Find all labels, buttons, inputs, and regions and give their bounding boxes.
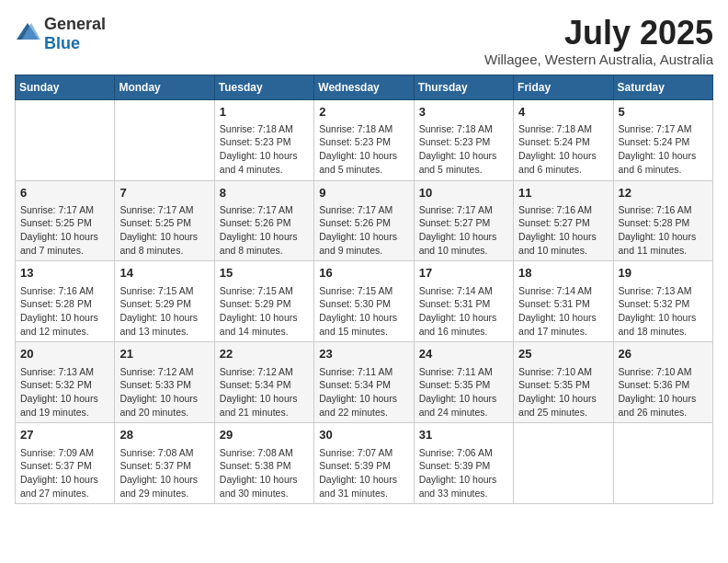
daylight-text: Daylight: 10 hours and 8 minutes.: [220, 231, 298, 256]
week-row-2: 6Sunrise: 7:17 AMSunset: 5:25 PMDaylight…: [16, 180, 713, 261]
sunrise-text: Sunrise: 7:18 AM: [220, 123, 293, 134]
sunrise-text: Sunrise: 7:17 AM: [119, 204, 193, 215]
day-number: 11: [518, 185, 608, 201]
sunrise-text: Sunrise: 7:08 AM: [119, 447, 193, 458]
sunrise-text: Sunrise: 7:17 AM: [619, 123, 692, 134]
calendar-cell: 4Sunrise: 7:18 AMSunset: 5:24 PMDaylight…: [514, 99, 613, 180]
calendar-cell: 17Sunrise: 7:14 AMSunset: 5:31 PMDayligh…: [414, 261, 513, 342]
calendar-cell: 13Sunrise: 7:16 AMSunset: 5:28 PMDayligh…: [16, 261, 115, 342]
sunset-text: Sunset: 5:33 PM: [119, 379, 191, 390]
calendar-cell: 7Sunrise: 7:17 AMSunset: 5:25 PMDaylight…: [115, 180, 214, 261]
calendar-cell: 1Sunrise: 7:18 AMSunset: 5:23 PMDaylight…: [214, 99, 313, 180]
sunrise-text: Sunrise: 7:17 AM: [20, 204, 94, 215]
sunset-text: Sunset: 5:23 PM: [220, 136, 291, 147]
daylight-text: Daylight: 10 hours and 6 minutes.: [619, 150, 697, 175]
sunset-text: Sunset: 5:32 PM: [20, 379, 92, 390]
sunrise-text: Sunrise: 7:18 AM: [419, 123, 493, 134]
daylight-text: Daylight: 10 hours and 10 minutes.: [518, 231, 597, 256]
sunset-text: Sunset: 5:37 PM: [20, 460, 92, 471]
calendar-cell: 29Sunrise: 7:08 AMSunset: 5:38 PMDayligh…: [214, 423, 313, 504]
logo-blue: Blue: [44, 34, 80, 52]
daylight-text: Daylight: 10 hours and 21 minutes.: [220, 393, 298, 418]
daylight-text: Daylight: 10 hours and 5 minutes.: [419, 150, 497, 175]
day-number: 29: [220, 427, 309, 443]
daylight-text: Daylight: 10 hours and 8 minutes.: [119, 231, 198, 256]
logo: General Blue: [15, 15, 106, 53]
logo-icon: [15, 19, 40, 49]
sunrise-text: Sunrise: 7:12 AM: [220, 366, 293, 377]
month-year: July 2025: [484, 15, 713, 52]
daylight-text: Daylight: 10 hours and 12 minutes.: [20, 312, 98, 337]
sunrise-text: Sunrise: 7:15 AM: [319, 285, 392, 296]
day-number: 27: [20, 427, 109, 443]
week-row-5: 27Sunrise: 7:09 AMSunset: 5:37 PMDayligh…: [16, 423, 713, 504]
sunset-text: Sunset: 5:25 PM: [20, 217, 92, 228]
sunset-text: Sunset: 5:24 PM: [518, 136, 590, 147]
sunrise-text: Sunrise: 7:16 AM: [518, 204, 592, 215]
day-number: 20: [20, 346, 109, 362]
daylight-text: Daylight: 10 hours and 18 minutes.: [619, 312, 697, 337]
day-number: 15: [220, 265, 309, 282]
calendar-cell: 20Sunrise: 7:13 AMSunset: 5:32 PMDayligh…: [16, 342, 115, 423]
day-number: 8: [220, 185, 309, 201]
day-number: 3: [419, 104, 508, 121]
day-number: 5: [619, 104, 708, 121]
daylight-text: Daylight: 10 hours and 30 minutes.: [220, 474, 298, 499]
week-row-3: 13Sunrise: 7:16 AMSunset: 5:28 PMDayligh…: [16, 261, 713, 342]
sunset-text: Sunset: 5:28 PM: [20, 298, 92, 309]
day-number: 9: [319, 185, 408, 201]
calendar-cell: 8Sunrise: 7:17 AMSunset: 5:26 PMDaylight…: [214, 180, 313, 261]
calendar-cell: 9Sunrise: 7:17 AMSunset: 5:26 PMDaylight…: [314, 180, 414, 261]
day-number: 21: [119, 346, 209, 362]
title-area: July 2025 Willagee, Western Australia, A…: [484, 15, 713, 67]
weekday-header-friday: Friday: [514, 75, 613, 99]
calendar-cell: 15Sunrise: 7:15 AMSunset: 5:29 PMDayligh…: [214, 261, 313, 342]
sunrise-text: Sunrise: 7:11 AM: [419, 366, 493, 377]
sunset-text: Sunset: 5:26 PM: [220, 217, 291, 228]
daylight-text: Daylight: 10 hours and 11 minutes.: [619, 231, 697, 256]
daylight-text: Daylight: 10 hours and 29 minutes.: [119, 474, 198, 499]
daylight-text: Daylight: 10 hours and 20 minutes.: [119, 393, 198, 418]
sunrise-text: Sunrise: 7:08 AM: [220, 447, 293, 458]
day-number: 7: [119, 185, 209, 201]
calendar-cell: 19Sunrise: 7:13 AMSunset: 5:32 PMDayligh…: [613, 261, 712, 342]
calendar-cell: 3Sunrise: 7:18 AMSunset: 5:23 PMDaylight…: [414, 99, 513, 180]
day-number: 30: [319, 427, 408, 443]
logo-text: General Blue: [44, 15, 106, 53]
sunrise-text: Sunrise: 7:17 AM: [419, 204, 493, 215]
sunrise-text: Sunrise: 7:18 AM: [518, 123, 592, 134]
calendar-cell: [115, 99, 214, 180]
sunset-text: Sunset: 5:25 PM: [119, 217, 191, 228]
sunrise-text: Sunrise: 7:16 AM: [20, 285, 94, 296]
day-number: 17: [419, 265, 508, 282]
daylight-text: Daylight: 10 hours and 33 minutes.: [419, 474, 497, 499]
header: General Blue July 2025 Willagee, Western…: [15, 15, 713, 67]
sunset-text: Sunset: 5:35 PM: [419, 379, 491, 390]
day-number: 10: [419, 185, 508, 201]
sunset-text: Sunset: 5:37 PM: [119, 460, 191, 471]
daylight-text: Daylight: 10 hours and 5 minutes.: [319, 150, 397, 175]
day-number: 23: [319, 346, 408, 362]
sunset-text: Sunset: 5:32 PM: [619, 298, 690, 309]
calendar-cell: 14Sunrise: 7:15 AMSunset: 5:29 PMDayligh…: [115, 261, 214, 342]
day-number: 14: [119, 265, 209, 282]
calendar-cell: 5Sunrise: 7:17 AMSunset: 5:24 PMDaylight…: [613, 99, 712, 180]
calendar-cell: 23Sunrise: 7:11 AMSunset: 5:34 PMDayligh…: [314, 342, 414, 423]
sunset-text: Sunset: 5:36 PM: [619, 379, 690, 390]
day-number: 25: [518, 346, 608, 362]
daylight-text: Daylight: 10 hours and 14 minutes.: [220, 312, 298, 337]
calendar-cell: 2Sunrise: 7:18 AMSunset: 5:23 PMDaylight…: [314, 99, 414, 180]
sunset-text: Sunset: 5:29 PM: [220, 298, 291, 309]
sunrise-text: Sunrise: 7:17 AM: [319, 204, 392, 215]
daylight-text: Daylight: 10 hours and 22 minutes.: [319, 393, 397, 418]
week-row-4: 20Sunrise: 7:13 AMSunset: 5:32 PMDayligh…: [16, 342, 713, 423]
sunrise-text: Sunrise: 7:14 AM: [518, 285, 592, 296]
calendar-cell: 21Sunrise: 7:12 AMSunset: 5:33 PMDayligh…: [115, 342, 214, 423]
sunrise-text: Sunrise: 7:06 AM: [419, 447, 493, 458]
sunset-text: Sunset: 5:23 PM: [419, 136, 491, 147]
sunrise-text: Sunrise: 7:14 AM: [419, 285, 493, 296]
sunrise-text: Sunrise: 7:13 AM: [20, 366, 94, 377]
calendar-cell: 27Sunrise: 7:09 AMSunset: 5:37 PMDayligh…: [16, 423, 115, 504]
weekday-header-row: SundayMondayTuesdayWednesdayThursdayFrid…: [16, 75, 713, 99]
week-row-1: 1Sunrise: 7:18 AMSunset: 5:23 PMDaylight…: [16, 99, 713, 180]
